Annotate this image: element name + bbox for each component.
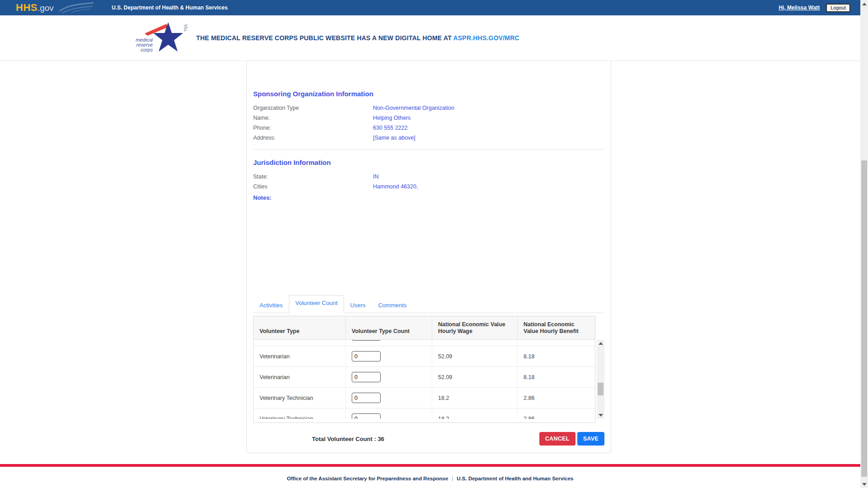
save-button[interactable]: SAVE xyxy=(577,432,604,446)
tab[interactable]: Users xyxy=(344,297,372,313)
hourly-wage-cell: 52.09 xyxy=(432,346,518,366)
footer-office-text: Office of the Assistant Secretary for Pr… xyxy=(287,476,448,481)
field-label: Address: xyxy=(253,135,373,141)
hhs-logo-text: HHS xyxy=(16,2,38,14)
scroll-down-icon xyxy=(599,414,603,417)
table-scroll-up-button[interactable] xyxy=(597,340,604,347)
hourly-benefit-cell xyxy=(518,340,595,346)
field-label: Phone: xyxy=(253,125,373,131)
aspr-mrc-link[interactable]: ASPR.HHS.GOV/MRC xyxy=(453,34,519,42)
field-value: IN xyxy=(373,174,379,180)
tab[interactable]: Comments xyxy=(372,297,413,313)
col-header-nev-hourly-benefit: National Economic Value Hourly Benefit xyxy=(518,316,595,339)
total-volunteer-count: Total Volunteer Count : 36 xyxy=(312,436,384,442)
page-scroll-up-button[interactable] xyxy=(860,0,868,8)
volunteer-count-table: Volunteer Type Volunteer Type Count Nati… xyxy=(253,316,595,423)
notes-empty-area xyxy=(253,201,604,295)
scroll-up-icon xyxy=(599,342,603,345)
hourly-wage-cell: 18.2 xyxy=(432,408,518,419)
organization-detail-card: Sponsoring Organization Information Orga… xyxy=(246,61,611,453)
hhs-eagle-icon xyxy=(58,1,94,16)
volunteer-type-cell: Veterinary Technician xyxy=(254,408,346,419)
field-value: [Same as above] xyxy=(373,135,415,141)
field-label: Cities xyxy=(253,183,373,190)
svg-text:corps: corps xyxy=(141,47,153,52)
hourly-benefit-cell: 2.86 xyxy=(518,388,595,408)
field-label: Name: xyxy=(253,115,373,121)
volunteer-count-input[interactable] xyxy=(352,393,381,403)
footer-office-line: Office of the Assistant Secretary for Pr… xyxy=(0,467,860,488)
field-value: Non-Governmental Organization xyxy=(373,105,454,111)
tab-label: Activities xyxy=(259,302,283,309)
notes-label: Notes: xyxy=(253,194,604,201)
section-divider xyxy=(253,149,604,150)
field-row: Name: Helping Others xyxy=(253,113,604,123)
col-header-volunteer-type-count: Volunteer Type Count xyxy=(346,316,432,339)
field-label: State: xyxy=(253,174,373,180)
table-row: Veterinary Technician 18.2 2.86 xyxy=(254,408,595,419)
field-row: Address: [Same as above] xyxy=(253,133,604,143)
volunteer-type-cell: Veterinary Technician xyxy=(254,388,346,408)
scroll-down-icon xyxy=(862,483,867,486)
volunteer-table-body: Veterinarian 52.09 8.18 Veterinarian xyxy=(254,340,595,419)
field-row: Organization Type Non-Governmental Organ… xyxy=(253,103,604,113)
volunteer-type-cell xyxy=(254,340,346,346)
table-scroll-down-button[interactable] xyxy=(597,412,604,419)
page-vertical-scrollbar[interactable] xyxy=(860,0,868,488)
volunteer-type-cell: Veterinarian xyxy=(254,346,346,366)
tab[interactable]: Activities xyxy=(253,297,289,313)
field-row: Cities Hammond 46320, xyxy=(253,182,604,192)
gov-logo-text: .gov xyxy=(38,3,54,13)
page-scroll-down-button[interactable] xyxy=(860,480,868,488)
mrc-logo: ⚕ medical reserve corps xyxy=(136,20,190,56)
volunteer-count-input[interactable] xyxy=(352,413,381,419)
mrc-banner: ⚕ medical reserve corps THE MEDICAL RESE… xyxy=(0,15,860,61)
field-value: Hammond 46320, xyxy=(373,183,418,190)
table-actions-row: Total Volunteer Count : 36 CANCEL SAVE xyxy=(253,432,604,446)
hourly-benefit-cell: 8.18 xyxy=(518,367,595,387)
sponsoring-org-section-title: Sponsoring Organization Information xyxy=(253,90,604,98)
tab-label: Comments xyxy=(378,302,406,309)
tab-label: Volunteer Count xyxy=(295,300,337,306)
page-scroll-thumb[interactable] xyxy=(861,160,867,477)
volunteer-count-input[interactable] xyxy=(352,372,381,382)
volunteer-count-cell xyxy=(346,388,432,408)
volunteer-count-cell xyxy=(346,346,432,366)
table-header-row: Volunteer Type Volunteer Type Count Nati… xyxy=(254,316,595,340)
volunteer-count-input[interactable] xyxy=(352,340,381,341)
hhs-gov-logo[interactable]: HHS.gov xyxy=(16,2,54,14)
hourly-benefit-cell: 8.18 xyxy=(518,346,595,366)
volunteer-count-table-zone: Volunteer Type Volunteer Type Count Nati… xyxy=(253,316,604,423)
table-row: Veterinary Technician 18.2 2.86 xyxy=(254,388,595,408)
volunteer-type-cell: Veterinarian xyxy=(254,367,346,387)
table-row: Veterinarian 52.09 8.18 xyxy=(254,346,595,367)
field-value: 630 555 2222 xyxy=(373,125,407,131)
cancel-button[interactable]: CANCEL xyxy=(539,432,576,446)
logout-button[interactable]: Logout xyxy=(826,4,850,12)
col-header-volunteer-type: Volunteer Type xyxy=(254,316,346,339)
field-label: Organization Type xyxy=(253,105,373,111)
volunteer-count-cell xyxy=(346,408,432,419)
hourly-wage-cell: 18.2 xyxy=(432,388,518,408)
footer-separator: | xyxy=(452,476,453,481)
detail-tabbar: Activities Volunteer Count Users Comment… xyxy=(253,295,604,313)
field-row: Phone: 630 555 2222 xyxy=(253,123,604,133)
page-footer: Office of the Assistant Secretary for Pr… xyxy=(0,464,860,488)
field-value: Helping Others xyxy=(373,115,410,121)
footer-department-text: U.S. Department of Health and Human Serv… xyxy=(457,476,573,481)
volunteer-count-input[interactable] xyxy=(352,351,381,361)
hourly-wage-cell xyxy=(432,340,518,346)
user-greeting-link[interactable]: Hi, Melissa Watt xyxy=(778,5,820,11)
hhs-header-bar: HHS.gov U.S. Department of Health & Huma… xyxy=(0,0,860,15)
table-vertical-scrollbar[interactable] xyxy=(597,340,604,419)
hourly-benefit-cell: 2.86 xyxy=(518,408,595,419)
field-row: State: IN xyxy=(253,172,604,182)
tab[interactable]: Volunteer Count xyxy=(289,295,344,313)
volunteer-count-cell xyxy=(346,367,432,387)
sponsoring-org-fields: Organization Type Non-Governmental Organ… xyxy=(253,103,604,143)
department-title: U.S. Department of Health & Human Servic… xyxy=(112,5,228,11)
table-scroll-thumb[interactable] xyxy=(598,383,604,395)
table-scroll-viewport: Veterinarian 52.09 8.18 Veterinarian xyxy=(254,340,595,419)
jurisdiction-section-title: Jurisdiction Information xyxy=(253,159,604,166)
tab-label: Users xyxy=(350,302,366,309)
